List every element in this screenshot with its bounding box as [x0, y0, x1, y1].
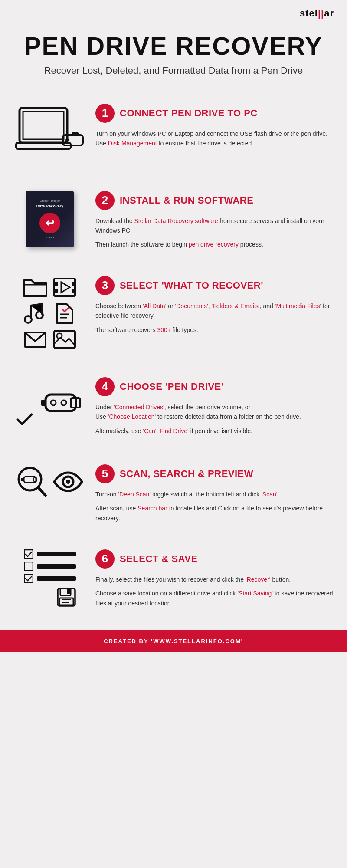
image-icon	[52, 328, 78, 351]
step-5-number: 5	[95, 464, 115, 483]
step-4-header: 4 CHOOSE 'PEN DRIVE'	[95, 377, 334, 396]
step-6-desc: Finally, select the files you wish to re…	[95, 575, 334, 608]
svg-rect-1	[23, 112, 64, 139]
svg-rect-37	[67, 589, 70, 594]
software-box-brand: Stellar stel||ar	[40, 199, 60, 202]
software-box-arrow: ↩	[39, 213, 60, 233]
step-4-title: CHOOSE 'PEN DRIVE'	[120, 381, 224, 392]
step-6-highlight1: 'Recover'	[246, 576, 270, 583]
step-3-section: 3 SELECT 'WHAT TO RECOVER' Choose betwee…	[0, 263, 347, 364]
step-1-icon	[13, 104, 87, 164]
main-title: PEN DRIVE RECOVERY	[17, 32, 330, 60]
subtitle: Recover Lost, Deleted, and Formatted Dat…	[17, 64, 330, 78]
svg-rect-10	[72, 282, 75, 286]
magnifying-glass-icon	[16, 464, 47, 499]
step-2-highlight2: pen drive recovery	[189, 241, 239, 248]
step-6-section: 6 SELECT & SAVE Finally, select the file…	[0, 536, 347, 621]
checkbox-3-icon	[24, 574, 33, 583]
svg-rect-28	[21, 478, 24, 481]
svg-rect-9	[54, 289, 58, 293]
step-4-number: 4	[95, 377, 115, 396]
checkbox-2-icon	[24, 562, 33, 571]
doc-check-icon	[52, 302, 78, 325]
step-3-number: 3	[95, 276, 115, 295]
step-4-section: 4 CHOOSE 'PEN DRIVE' Under 'Connected Dr…	[0, 364, 347, 451]
laptop-usb-icon	[15, 104, 85, 164]
svg-line-29	[39, 488, 46, 496]
step-2-number: 2	[95, 191, 115, 210]
step-3-title: SELECT 'WHAT TO RECOVER'	[120, 280, 263, 291]
svg-rect-8	[54, 282, 58, 286]
svg-point-23	[51, 400, 56, 405]
step-1-section: 1 CONNECT PEN DRIVE TO PC Turn on your W…	[0, 91, 347, 178]
svg-rect-11	[72, 289, 75, 293]
step-2-header: 2 INSTALL & RUN SOFTWARE	[95, 191, 334, 210]
step-4-desc: Under 'Connected Drives', select the pen…	[95, 402, 334, 436]
step-6-number: 6	[95, 549, 115, 569]
save-icons-area	[24, 549, 76, 608]
svg-rect-6	[24, 285, 46, 296]
save-line-2	[24, 562, 76, 571]
footer-text: CREATED BY 'WWW.STELLARINFO.COM'	[8, 638, 339, 644]
email-icon	[22, 328, 48, 351]
step-2-section: Stellar stel||ar Data Recovery ↩ PC ■ ■ …	[0, 178, 347, 263]
floppy-icon-area	[57, 588, 76, 608]
logo-accent2: |	[321, 8, 324, 19]
step-3-content: 3 SELECT 'WHAT TO RECOVER' Choose betwee…	[95, 276, 334, 335]
step-5-section: 5 SCAN, SEARCH & PREVIEW Turn-on 'Deep S…	[0, 451, 347, 536]
step-3-highlight1: 'All Data'	[143, 302, 166, 309]
svg-point-24	[61, 400, 66, 405]
step-5-header: 5 SCAN, SEARCH & PREVIEW	[95, 464, 334, 483]
step-5-content: 5 SCAN, SEARCH & PREVIEW Turn-on 'Deep S…	[95, 464, 334, 523]
step-4-highlight2: 'Choose Location'	[108, 413, 156, 420]
svg-rect-0	[20, 108, 67, 143]
step-5-highlight2: 'Scan'	[261, 491, 277, 498]
step-6-icon	[13, 549, 87, 608]
step-4-icon	[13, 377, 87, 438]
step-1-highlight1: Disk Management	[108, 140, 157, 147]
step-6-content: 6 SELECT & SAVE Finally, select the file…	[95, 549, 334, 608]
svg-rect-4	[72, 132, 79, 136]
svg-point-5	[65, 138, 69, 142]
step-6-title: SELECT & SAVE	[120, 553, 198, 565]
step-3-header: 3 SELECT 'WHAT TO RECOVER'	[95, 276, 334, 295]
step-5-highlight3: Search bar	[137, 505, 167, 512]
svg-point-14	[36, 312, 43, 319]
step-3-desc: Choose between 'All Data' or 'Documents'…	[95, 301, 334, 335]
scan-icons-area	[16, 464, 84, 499]
save-line-3	[24, 574, 76, 583]
svg-rect-38	[59, 598, 73, 605]
software-box-icon: Stellar stel||ar Data Recovery ↩ PC ■ ■ …	[26, 191, 74, 247]
title-section: PEN DRIVE RECOVERY Recover Lost, Deleted…	[0, 23, 347, 91]
checkbox-1-icon	[24, 549, 33, 559]
svg-rect-33	[24, 562, 33, 571]
stellar-logo: stel||ar	[13, 8, 334, 19]
step-3-highlight2: 'Documents', 'Folders & Emails'	[175, 302, 260, 309]
step-4-content: 4 CHOOSE 'PEN DRIVE' Under 'Connected Dr…	[95, 377, 334, 436]
checkmark-icon	[15, 410, 34, 429]
step-3-highlight3: 'Multimedia Files'	[275, 302, 321, 309]
usb-large-icon	[37, 381, 85, 429]
film-icon	[52, 276, 78, 299]
logo-accent: |	[318, 8, 321, 19]
floppy-disk-icon	[57, 588, 76, 607]
eye-icon	[52, 471, 84, 493]
footer: CREATED BY 'WWW.STELLARINFO.COM'	[0, 630, 347, 652]
step-3-icon	[13, 276, 87, 351]
svg-point-13	[25, 316, 32, 323]
music-icon	[22, 302, 48, 325]
step-2-icon: Stellar stel||ar Data Recovery ↩ PC ■ ■ …	[13, 191, 87, 247]
svg-rect-18	[54, 331, 75, 348]
step-1-header: 1 CONNECT PEN DRIVE TO PC	[95, 104, 334, 123]
header: stel||ar	[0, 0, 347, 23]
folder-icon	[22, 276, 48, 299]
step-1-content: 1 CONNECT PEN DRIVE TO PC Turn on your W…	[95, 104, 334, 148]
step-2-content: 2 INSTALL & RUN SOFTWARE Download the St…	[95, 191, 334, 250]
step-5-icon	[13, 464, 87, 499]
step-2-highlight1: Stellar Data Recovery software	[134, 217, 218, 224]
step-3-highlight4: 300+	[157, 326, 171, 333]
svg-rect-7	[54, 279, 75, 296]
step-4-highlight3: 'Can't Find Drive'	[143, 427, 188, 434]
svg-marker-12	[61, 282, 70, 293]
step-6-highlight2: 'Start Saving'	[237, 590, 273, 597]
